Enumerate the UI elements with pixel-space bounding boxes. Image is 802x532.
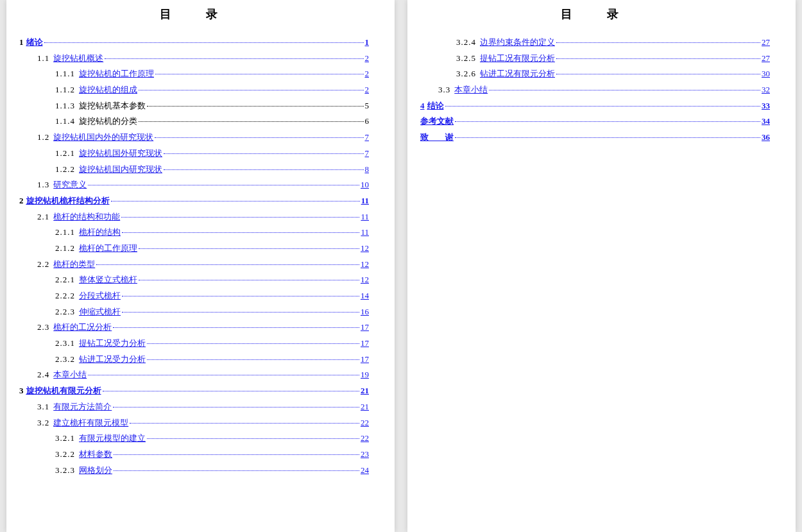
toc-entry-page: 14 bbox=[361, 288, 369, 304]
toc-entry-number: 1.1.4 bbox=[55, 114, 75, 130]
toc-entry-number: 2.2.1 bbox=[55, 272, 75, 288]
toc-entry-title: 桅杆的结构 bbox=[79, 225, 121, 241]
toc-entry-page: 17 bbox=[361, 352, 369, 368]
toc-entry[interactable]: 2.1.2桅杆的工作原理12 bbox=[19, 241, 369, 257]
toc-entry-number: 3 bbox=[19, 383, 24, 399]
toc-leader-dots bbox=[103, 390, 360, 391]
toc-entry[interactable]: 3旋挖钻机有限元分析21 bbox=[19, 383, 369, 399]
toc-entry-title: 有限元方法简介 bbox=[53, 399, 112, 415]
toc-entry[interactable]: 3.2.6钻进工况有限元分析30 bbox=[420, 66, 770, 82]
toc-entry-number: 3.1 bbox=[37, 399, 49, 415]
toc-entry[interactable]: 2.3.2钻进工况受力分析17 bbox=[19, 352, 369, 368]
toc-entry[interactable]: 3.1有限元方法简介21 bbox=[19, 399, 369, 415]
toc-entry-page: 1 bbox=[365, 35, 370, 51]
toc-leader-dots bbox=[122, 295, 359, 296]
toc-entry[interactable]: 2.1桅杆的结构和功能11 bbox=[19, 209, 369, 225]
toc-entry-title: 致 谢 bbox=[420, 130, 454, 146]
toc-leader-dots bbox=[44, 42, 364, 43]
toc-entry-title: 旋挖钻机桅杆结构分析 bbox=[26, 193, 110, 209]
toc-entry[interactable]: 1.1.1旋挖钻机的工作原理2 bbox=[19, 66, 369, 82]
toc-entry[interactable]: 3.2.4边界约束条件的定义27 bbox=[420, 35, 770, 51]
toc-entry-number: 2 bbox=[19, 193, 24, 209]
toc-entry[interactable]: 2.2.3伸缩式桅杆16 bbox=[19, 304, 369, 320]
toc-entry-title: 旋挖钻机的分类 bbox=[79, 114, 137, 130]
toc-entry[interactable]: 2.1.1桅杆的结构11 bbox=[19, 225, 369, 241]
toc-entry-number: 2.3 bbox=[37, 320, 49, 336]
toc-leader-dots bbox=[139, 89, 364, 90]
toc-leader-dots bbox=[96, 264, 359, 265]
toc-entry-number: 1.1.1 bbox=[55, 66, 75, 82]
toc-leader-dots bbox=[113, 327, 359, 328]
toc-entry-page: 8 bbox=[365, 162, 370, 178]
toc-entry: 1.1.3旋挖钻机基本参数5 bbox=[19, 98, 369, 114]
toc-entry-number: 1.2.2 bbox=[55, 162, 75, 178]
toc-entry-number: 2.3.1 bbox=[55, 336, 75, 352]
toc-entry[interactable]: 2.4本章小结19 bbox=[19, 367, 369, 383]
toc-entry[interactable]: 3.2.1有限元模型的建立22 bbox=[19, 431, 369, 447]
toc-leader-dots bbox=[122, 232, 359, 233]
toc-entry[interactable]: 3.2.5提钻工况有限元分析27 bbox=[420, 51, 770, 67]
toc-entry[interactable]: 1.2旋挖钻机国内外的研究现状7 bbox=[19, 130, 369, 146]
toc-entry-title: 研究意义 bbox=[53, 177, 87, 193]
toc-entry-title: 旋挖钻机的工作原理 bbox=[79, 66, 154, 82]
toc-entry[interactable]: 2.2.1整体竖立式桅杆12 bbox=[19, 272, 369, 288]
toc-entry-page: 12 bbox=[361, 272, 369, 288]
toc-entry[interactable]: 1绪论1 bbox=[19, 35, 369, 51]
toc-entry-page: 21 bbox=[361, 399, 369, 415]
page-left: 目 录 1绪论11.1旋挖钻机概述21.1.1旋挖钻机的工作原理21.1.2旋挖… bbox=[6, 0, 395, 532]
toc-entry[interactable]: 致 谢36 bbox=[420, 130, 770, 146]
toc-entry-title: 旋挖钻机概述 bbox=[53, 51, 103, 67]
toc-entry-page: 24 bbox=[361, 463, 369, 479]
toc-entry-title: 旋挖钻机的组成 bbox=[79, 82, 137, 98]
toc-list-right: 3.2.4边界约束条件的定义273.2.5提钻工况有限元分析273.2.6钻进工… bbox=[420, 35, 770, 146]
toc-entry-number: 3.2.2 bbox=[55, 447, 75, 463]
toc-leader-dots bbox=[105, 58, 363, 59]
toc-entry-page: 16 bbox=[361, 304, 369, 320]
toc-leader-dots bbox=[139, 121, 364, 122]
page-right: 目 录 3.2.4边界约束条件的定义273.2.5提钻工况有限元分析273.2.… bbox=[407, 0, 796, 532]
toc-entry-title: 旋挖钻机国内外的研究现状 bbox=[53, 130, 153, 146]
toc-leader-dots bbox=[147, 343, 359, 344]
toc-leader-dots bbox=[556, 58, 760, 59]
toc-leader-dots bbox=[147, 438, 359, 439]
toc-entry-page: 33 bbox=[762, 98, 770, 114]
toc-entry[interactable]: 2.2.2分段式桅杆14 bbox=[19, 288, 369, 304]
toc-entry[interactable]: 3.2.3网格划分24 bbox=[19, 463, 369, 479]
toc-entry-number: 2.2.3 bbox=[55, 304, 75, 320]
toc-leader-dots bbox=[88, 184, 359, 185]
toc-entry-title: 桅杆的类型 bbox=[53, 257, 95, 273]
toc-entry[interactable]: 3.2建立桅杆有限元模型22 bbox=[19, 415, 369, 431]
toc-entry-page: 23 bbox=[361, 447, 369, 463]
toc-entry-title: 绪论 bbox=[26, 35, 43, 51]
toc-entry-page: 11 bbox=[361, 193, 369, 209]
toc-leader-dots bbox=[122, 311, 359, 313]
toc-entry[interactable]: 1.2.1旋挖钻机国外研究现状7 bbox=[19, 146, 369, 162]
toc-leader-dots bbox=[155, 73, 364, 74]
toc-entry-page: 6 bbox=[365, 114, 370, 130]
toc-entry[interactable]: 参考文献34 bbox=[420, 114, 770, 130]
toc-list-left: 1绪论11.1旋挖钻机概述21.1.1旋挖钻机的工作原理21.1.2旋挖钻机的组… bbox=[19, 35, 369, 478]
toc-entry[interactable]: 1.2.2旋挖钻机国内研究现状8 bbox=[19, 162, 369, 178]
toc-entry[interactable]: 4结论33 bbox=[420, 98, 770, 114]
toc-entry-title: 分段式桅杆 bbox=[79, 288, 121, 304]
toc-entry[interactable]: 3.3本章小结32 bbox=[420, 82, 770, 98]
toc-entry-title: 本章小结 bbox=[53, 367, 87, 383]
toc-entry[interactable]: 2.3桅杆的工况分析17 bbox=[19, 320, 369, 336]
toc-entry-page: 11 bbox=[361, 225, 369, 241]
toc-entry[interactable]: 1.3研究意义10 bbox=[19, 177, 369, 193]
toc-entry-page: 17 bbox=[361, 320, 369, 336]
toc-leader-dots bbox=[556, 73, 760, 74]
toc-leader-dots bbox=[147, 359, 359, 360]
toc-title: 目 录 bbox=[420, 6, 770, 22]
toc-entry-number: 1.1.2 bbox=[55, 82, 75, 98]
toc-entry[interactable]: 2旋挖钻机桅杆结构分析11 bbox=[19, 193, 369, 209]
toc-entry[interactable]: 1.1旋挖钻机概述2 bbox=[19, 51, 369, 67]
toc-entry[interactable]: 2.2桅杆的类型12 bbox=[19, 257, 369, 273]
toc-entry[interactable]: 3.2.2材料参数23 bbox=[19, 447, 369, 463]
toc-leader-dots bbox=[114, 454, 359, 455]
toc-entry-page: 11 bbox=[361, 209, 369, 225]
toc-entry-title: 网格划分 bbox=[79, 463, 112, 479]
toc-entry[interactable]: 1.1.2旋挖钻机的组成2 bbox=[19, 82, 369, 98]
toc-entry-page: 30 bbox=[762, 66, 770, 82]
toc-entry[interactable]: 2.3.1提钻工况受力分析17 bbox=[19, 336, 369, 352]
